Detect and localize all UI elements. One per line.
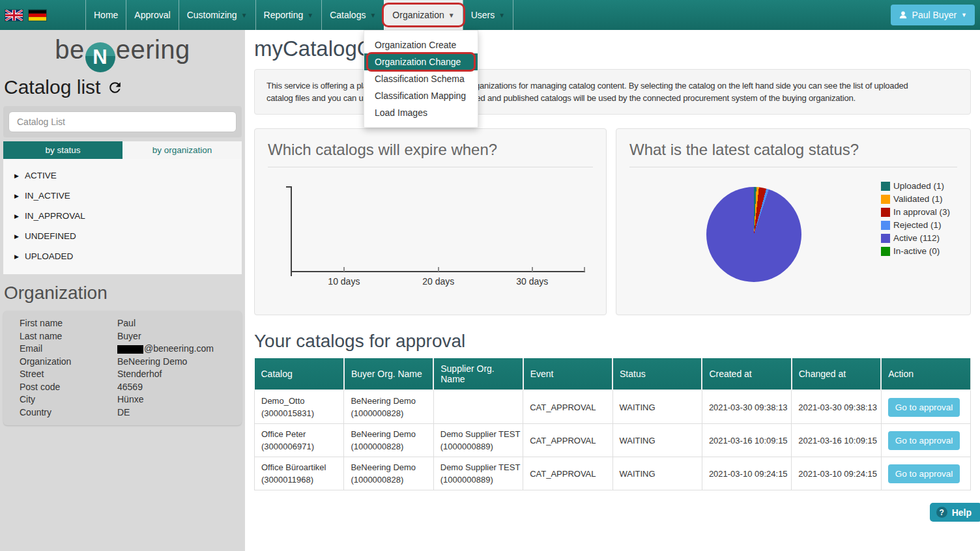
column-header-action: Action — [881, 358, 970, 390]
approval-table-header: CatalogBuyer Org. NameSupplier Org. Name… — [255, 358, 971, 390]
column-header-event: Event — [523, 358, 612, 390]
uk-flag-icon[interactable] — [5, 10, 23, 21]
user-icon — [899, 10, 908, 20]
org-detail-label: Country — [3, 406, 117, 419]
cell-created-at: 2021-03-10 09:24:15 — [702, 457, 791, 490]
user-menu-button[interactable]: Paul Buyer ▼ — [891, 5, 975, 25]
beneering-logo: beNeering — [0, 35, 245, 72]
org-detail-value: BeNeering Demo — [117, 356, 187, 369]
column-header-catalog: Catalog — [255, 358, 344, 390]
chevron-down-icon: ▼ — [241, 12, 248, 19]
expand-arrow-icon: ▶ — [14, 173, 19, 179]
menu-item-organization-change[interactable]: Organization Change — [364, 53, 478, 70]
cell-status: WAITING — [612, 390, 702, 424]
cell-created-at: 2021-03-16 10:09:15 — [702, 424, 791, 457]
org-detail-street: StreetStenderhof — [3, 368, 242, 381]
legend-swatch — [881, 234, 890, 243]
cell-catalog: Demo_Otto(3000015831) — [255, 390, 344, 424]
nav-item-users[interactable]: Users▼ — [463, 0, 513, 30]
cell-changed-at: 2021-03-10 09:24:15 — [792, 457, 881, 490]
cell-catalog: Office Peter(3000006971) — [255, 424, 344, 457]
nav-item-label: Catalogs — [330, 10, 366, 20]
cell-buyer-org: BeNeering Demo(1000000828) — [344, 390, 433, 424]
status-chart-panel: What is the latest catalog status? Uploa… — [616, 128, 971, 315]
german-flag-icon[interactable] — [29, 10, 46, 21]
nav-item-label: Approval — [134, 10, 170, 20]
annotation-highlight — [366, 52, 476, 72]
legend-label: Validated (1) — [893, 194, 943, 204]
catalog-status-list: ▶ACTIVE▶IN_ACTIVE▶IN_APPROVAL▶UNDEFINED▶… — [3, 159, 242, 274]
status-group-label: UNDEFINED — [25, 231, 76, 241]
refresh-icon[interactable] — [107, 79, 123, 96]
catalog-search-input[interactable] — [8, 111, 237, 132]
logo-n-circle: N — [85, 42, 115, 72]
question-mark-icon: ? — [936, 507, 947, 518]
help-button[interactable]: ? Help — [930, 503, 980, 522]
org-detail-label: Last name — [3, 330, 117, 343]
menu-item-load-images[interactable]: Load Images — [364, 104, 478, 121]
nav-item-catalogs[interactable]: Catalogs▼ — [321, 0, 384, 30]
expand-arrow-icon: ▶ — [14, 233, 19, 240]
chevron-down-icon: ▼ — [307, 12, 313, 19]
org-detail-organization: OrganizationBeNeering Demo — [3, 356, 242, 369]
chevron-down-icon: ▼ — [961, 12, 967, 18]
status-group-active[interactable]: ▶ACTIVE — [3, 165, 242, 186]
org-detail-value: Stenderhof — [117, 368, 162, 381]
status-group-in-approval[interactable]: ▶IN_APPROVAL — [3, 206, 242, 226]
org-detail-label: First name — [3, 317, 117, 330]
nav-item-label: Users — [471, 10, 495, 20]
org-detail-label: Email — [3, 343, 117, 356]
legend-item-in-approval: In approval (3) — [881, 207, 950, 217]
org-detail-first-name: First namePaul — [3, 317, 242, 330]
chevron-down-icon: ▼ — [369, 12, 376, 19]
nav-item-home[interactable]: Home — [85, 0, 126, 30]
organization-details-panel: First namePaulLast nameBuyerEmail@beneer… — [3, 311, 242, 425]
cell-supplier-org: Demo Supplier TEST(1000000889) — [433, 457, 523, 490]
status-pie-chart — [706, 187, 801, 282]
status-group-uploaded[interactable]: ▶UPLOADED — [3, 246, 242, 266]
cell-event: CAT_APPROVAL — [523, 390, 612, 424]
sidebar: beNeering Catalog list by status by orga… — [0, 30, 245, 551]
redacted-box — [117, 345, 143, 354]
org-detail-label: Organization — [3, 356, 117, 369]
tab-by-status[interactable]: by status — [3, 141, 122, 159]
menu-item-classification-mapping[interactable]: Classification Mapping — [364, 87, 478, 104]
catalog-list-tabs: by status by organization — [3, 141, 242, 159]
org-detail-last-name: Last nameBuyer — [3, 330, 242, 343]
expiry-chart-panel: Which catalogs will expire when? 10 days… — [254, 128, 607, 315]
legend-label: Active (112) — [893, 233, 940, 243]
x-axis-label: 30 days — [516, 276, 548, 287]
org-detail-post-code: Post code46569 — [3, 381, 242, 394]
org-detail-value: @beneering.com — [117, 343, 214, 356]
legend-item-active: Active (112) — [881, 233, 950, 243]
go-to-approval-button[interactable]: Go to approval — [888, 398, 960, 417]
menu-item-classification-schema[interactable]: Classification Schema — [364, 70, 478, 87]
column-header-created-at: Created at — [702, 358, 791, 390]
legend-label: In approval (3) — [893, 207, 950, 217]
cell-changed-at: 2021-03-30 09:38:13 — [792, 390, 881, 424]
go-to-approval-button[interactable]: Go to approval — [888, 464, 960, 483]
nav-item-organization[interactable]: Organization▼ — [384, 0, 462, 30]
legend-item-uploaded: Uploaded (1) — [881, 181, 950, 191]
tab-by-organization[interactable]: by organization — [122, 141, 242, 159]
status-group-undefined[interactable]: ▶UNDEFINED — [3, 226, 242, 246]
nav-item-reporting[interactable]: Reporting▼ — [255, 0, 322, 30]
legend-swatch — [881, 247, 890, 256]
nav-item-customizing[interactable]: Customizing▼ — [179, 0, 255, 30]
user-name: Paul Buyer — [912, 10, 957, 20]
status-group-label: IN_APPROVAL — [25, 211, 85, 221]
cell-supplier-org: Demo Supplier TEST(1000000889) — [433, 424, 523, 457]
nav-item-label: Organization — [392, 10, 444, 20]
cell-event: CAT_APPROVAL — [523, 424, 612, 457]
legend-swatch — [881, 182, 890, 191]
status-group-in-active[interactable]: ▶IN_ACTIVE — [3, 186, 242, 206]
column-header-status: Status — [612, 358, 702, 390]
org-detail-value: DE — [117, 406, 130, 419]
nav-item-approval[interactable]: Approval — [126, 0, 178, 30]
menu-item-organization-create[interactable]: Organization Create — [364, 36, 478, 53]
x-axis-label: 20 days — [422, 276, 454, 287]
service-description: This service is offering a platform for … — [254, 69, 971, 115]
org-detail-value: Hünxe — [117, 393, 143, 406]
go-to-approval-button[interactable]: Go to approval — [888, 431, 960, 450]
cell-event: CAT_APPROVAL — [523, 457, 612, 490]
